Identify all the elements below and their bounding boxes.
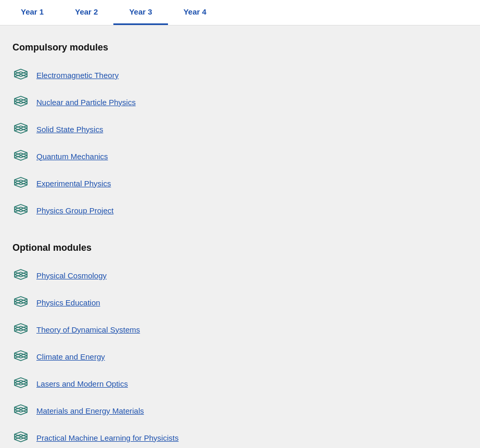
module-stack-icon <box>12 321 29 338</box>
main-content: Compulsory modules Electromagnetic Theor… <box>0 25 480 448</box>
tab-year-1[interactable]: Year 1 <box>5 0 59 25</box>
module-stack-icon <box>12 94 29 110</box>
module-stack-icon <box>12 267 29 284</box>
module-link[interactable]: Physical Cosmology <box>36 271 107 280</box>
optional-section-title: Optional modules <box>12 242 468 253</box>
list-item: Climate and Energy <box>12 343 468 370</box>
optional-section: Optional modules Physical Cosmology Phys… <box>12 242 468 448</box>
module-link[interactable]: Materials and Energy Materials <box>36 406 144 415</box>
list-item: Practical Machine Learning for Physicist… <box>12 424 468 448</box>
list-item: Quantum Mechanics <box>12 143 468 170</box>
module-link[interactable]: Lasers and Modern Optics <box>36 379 128 388</box>
list-item: Physical Cosmology <box>12 262 468 289</box>
list-item: Solid State Physics <box>12 116 468 143</box>
tab-year-4[interactable]: Year 4 <box>168 0 222 25</box>
module-stack-icon <box>12 148 29 164</box>
module-stack-icon <box>12 121 29 137</box>
module-link[interactable]: Physics Group Project <box>36 206 113 215</box>
module-link[interactable]: Electromagnetic Theory <box>36 71 119 80</box>
module-stack-icon <box>12 348 29 365</box>
module-link[interactable]: Nuclear and Particle Physics <box>36 98 136 107</box>
module-stack-icon <box>12 294 29 311</box>
module-stack-icon <box>12 375 29 392</box>
module-stack-icon <box>12 67 29 83</box>
list-item: Nuclear and Particle Physics <box>12 88 468 116</box>
list-item: Lasers and Modern Optics <box>12 370 468 397</box>
module-stack-icon <box>12 175 29 191</box>
list-item: Theory of Dynamical Systems <box>12 316 468 343</box>
list-item: Experimental Physics <box>12 170 468 197</box>
module-link[interactable]: Experimental Physics <box>36 179 111 188</box>
tab-year-3[interactable]: Year 3 <box>113 0 167 25</box>
list-item: Materials and Energy Materials <box>12 397 468 424</box>
module-link[interactable]: Solid State Physics <box>36 125 103 134</box>
module-link[interactable]: Practical Machine Learning for Physicist… <box>36 433 178 442</box>
compulsory-module-list: Electromagnetic Theory Nuclear and Parti… <box>12 61 468 224</box>
list-item: Physics Education <box>12 289 468 316</box>
module-stack-icon <box>12 202 29 219</box>
module-link[interactable]: Theory of Dynamical Systems <box>36 325 140 334</box>
module-link[interactable]: Quantum Mechanics <box>36 152 108 161</box>
tab-year-2[interactable]: Year 2 <box>59 0 113 25</box>
list-item: Physics Group Project <box>12 197 468 224</box>
compulsory-section-title: Compulsory modules <box>12 42 468 53</box>
list-item: Electromagnetic Theory <box>12 61 468 88</box>
module-link[interactable]: Physics Education <box>36 298 100 307</box>
module-link[interactable]: Climate and Energy <box>36 352 105 361</box>
module-stack-icon <box>12 429 29 446</box>
tab-bar: Year 1Year 2Year 3Year 4 <box>0 0 480 25</box>
module-stack-icon <box>12 402 29 419</box>
optional-module-list: Physical Cosmology Physics Education The… <box>12 262 468 448</box>
